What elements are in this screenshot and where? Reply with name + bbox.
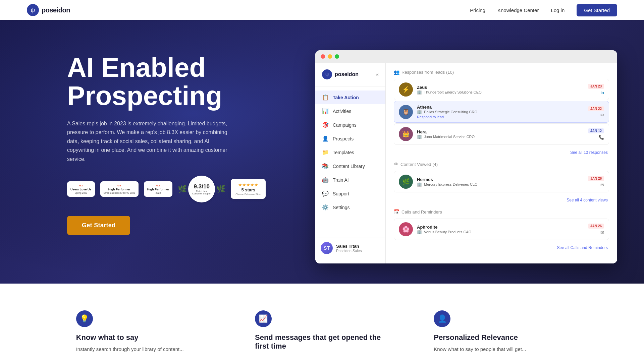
feature-card-0: 💡 Know what to say Instantly search thro… (76, 310, 210, 354)
sidebar-user: ST Sales Titan Poseidon Sales (315, 238, 385, 258)
templates-icon: 📁 (322, 149, 329, 156)
calls-list: 🌸 Aphrodite 🏢 Venus Beauty Products CAO (394, 219, 609, 240)
contact-card-zeus[interactable]: ⚡ Zeus 🏢 Thunderbolt Energy Solutions CE… (394, 79, 609, 100)
sidebar-item-activities-label: Activities (333, 109, 351, 114)
feature-icon-1: 📈 (255, 310, 272, 327)
contact-card-athena[interactable]: 🦉 Athena 🏢 Pollas Strategic Consulting C… (394, 101, 609, 123)
email-icon: ✉ (600, 182, 604, 187)
navigation: ψ poseidon Pricing Knowledge Center Log … (0, 0, 644, 20)
company-icon: 🏢 (417, 182, 422, 187)
sidebar-nav: 📋 Take Action 📊 Activities 🎯 Campaigns (315, 86, 385, 238)
contact-card-hermes[interactable]: 🌿 Hermes 🏢 Mercury Express Deliveries CL… (394, 171, 609, 192)
nav-login[interactable]: Log in (551, 7, 565, 13)
take-action-icon: 📋 (322, 94, 329, 101)
app-window: ψ poseidon « 📋 Take Action 📊 Activities (315, 50, 617, 263)
sidebar-item-content-library[interactable]: 📚 Content Library (315, 159, 385, 173)
aphrodite-meta: JAN 26 ✉ (588, 224, 604, 235)
hermes-info: Hermes 🏢 Mercury Express Deliveries CLO (417, 177, 584, 187)
content-section-header: 👁 Content Viewed (4) (394, 162, 609, 167)
nav-pricing[interactable]: Pricing (470, 7, 485, 13)
feature-icon-2: 👤 (434, 310, 450, 327)
hero-badges: G2 Users Love Us Spring 2023 G2 High Per… (67, 176, 295, 202)
hermes-avatar: 🌿 (399, 175, 413, 189)
feature-title-2: Personalized Relevance (434, 333, 568, 342)
sidebar-item-support-label: Support (333, 191, 349, 196)
sidebar-item-activities[interactable]: 📊 Activities (315, 104, 385, 118)
settings-icon: ⚙️ (322, 204, 329, 210)
sidebar-item-train-ai[interactable]: 🤖 Train AI (315, 173, 385, 187)
sidebar: ψ poseidon « 📋 Take Action 📊 Activities (315, 63, 386, 263)
hero-left: AI Enabled Prospecting A Sales rep's job… (67, 47, 295, 235)
sidebar-logo-text: poseidon (335, 71, 359, 77)
athena-info: Athena 🏢 Pollas Strategic Consulting CRO… (417, 105, 584, 119)
athena-meta: JAN 22 ✉ (588, 106, 604, 118)
feature-card-1: 📈 Send messages that get opened the firs… (255, 310, 389, 354)
company-icon: 🏢 (417, 90, 422, 95)
app-body: ψ poseidon « 📋 Take Action 📊 Activities (315, 63, 617, 263)
responses-icon: 👥 (394, 69, 399, 75)
logo-text: poseidon (42, 6, 70, 14)
hera-info: Hera 🏢 Juno Matrimonial Service CRO (417, 129, 584, 139)
hero-get-started-button[interactable]: Get Started (67, 216, 130, 235)
user-name: Sales Titan (336, 244, 362, 249)
sidebar-logo-icon: ψ (322, 69, 332, 79)
sidebar-item-prospects[interactable]: 👤 Prospects (315, 132, 385, 145)
aphrodite-avatar: 🌸 (399, 222, 413, 236)
logo-icon: ψ (27, 4, 39, 16)
nav-knowledge-center[interactable]: Knowledge Center (497, 7, 539, 13)
company-icon: 🏢 (417, 230, 422, 234)
calls-icon: 📅 (394, 209, 399, 215)
hero-headline: AI Enabled Prospecting (67, 54, 295, 110)
hera-avatar: 👑 (399, 127, 413, 141)
badge-high-performer-2: G2 High Performer 2023 (144, 181, 173, 197)
badge-chrome-stars: ★★★★★ 5 stars Chrome Extension Store (231, 179, 266, 199)
zeus-avatar: ⚡ (399, 82, 413, 97)
contact-card-hera[interactable]: 👑 Hera 🏢 Juno Matrimonial Service CRO (394, 123, 609, 145)
hero-content: AI Enabled Prospecting A Sales rep's job… (0, 20, 644, 284)
prospects-icon: 👤 (322, 135, 329, 142)
sidebar-item-settings-label: Settings (333, 205, 350, 210)
see-all-responses[interactable]: See all 10 responses (394, 150, 609, 155)
calls-section-header: 📅 Calls and Reminders (394, 209, 609, 215)
sidebar-item-templates-label: Templates (333, 150, 354, 155)
company-icon: 🏢 (417, 110, 422, 114)
sidebar-item-take-action[interactable]: 📋 Take Action (315, 90, 385, 104)
logo[interactable]: ψ poseidon (27, 4, 70, 16)
see-all-content[interactable]: See all 4 content views (394, 198, 609, 202)
sidebar-collapse-button[interactable]: « (376, 71, 379, 77)
user-subtitle: Poseidon Sales (336, 249, 362, 253)
contact-card-aphrodite[interactable]: 🌸 Aphrodite 🏢 Venus Beauty Products CAO (394, 219, 609, 240)
sidebar-item-train-ai-label: Train AI (333, 177, 349, 183)
see-all-calls[interactable]: See all Calls and Reminders (394, 245, 609, 250)
hera-meta: JAN 12 📞 (588, 128, 604, 140)
feature-title-0: Know what to say (76, 333, 210, 342)
bottom-features-section: 💡 Know what to say Instantly search thro… (0, 284, 644, 362)
app-titlebar (315, 50, 617, 63)
sidebar-item-campaigns-label: Campaigns (333, 122, 357, 128)
user-avatar: ST (321, 242, 333, 254)
sidebar-item-settings[interactable]: ⚙️ Settings (315, 200, 385, 214)
feature-desc-0: Instantly search through your library of… (76, 345, 210, 353)
app-main: 👥 Responses from leads (10) ⚡ Zeus 🏢 Thu (386, 63, 617, 263)
company-icon: 🏢 (417, 134, 422, 139)
sidebar-item-campaigns[interactable]: 🎯 Campaigns (315, 118, 385, 132)
content-list: 🌿 Hermes 🏢 Mercury Express Deliveries CL… (394, 171, 609, 192)
sidebar-item-support[interactable]: 💬 Support (315, 187, 385, 200)
zeus-info: Zeus 🏢 Thunderbolt Energy Solutions CEO (417, 85, 584, 95)
window-maximize-dot (335, 54, 339, 59)
email-icon: ✉ (600, 113, 604, 118)
responses-list: ⚡ Zeus 🏢 Thunderbolt Energy Solutions CE… (394, 79, 609, 145)
feature-card-2: 👤 Personalized Relevance Know what to sa… (434, 310, 568, 354)
nav-get-started-button[interactable]: Get Started (577, 4, 617, 16)
hermes-meta: JAN 26 ✉ (588, 176, 604, 187)
sidebar-logo: ψ poseidon « (315, 68, 385, 86)
email-icon: ✉ (600, 230, 604, 235)
badge-high-performer-1: G2 High Performer Small Business SPRING … (100, 181, 139, 197)
phone-icon: 📞 (599, 135, 604, 140)
aphrodite-info: Aphrodite 🏢 Venus Beauty Products CAO (417, 225, 584, 234)
support-icon: 💬 (322, 190, 329, 197)
sidebar-item-templates[interactable]: 📁 Templates (315, 145, 385, 159)
zeus-meta: JAN 23 in (588, 84, 604, 95)
nav-links: Pricing Knowledge Center Log in Get Star… (470, 4, 617, 16)
responses-section-header: 👥 Responses from leads (10) (394, 69, 609, 75)
